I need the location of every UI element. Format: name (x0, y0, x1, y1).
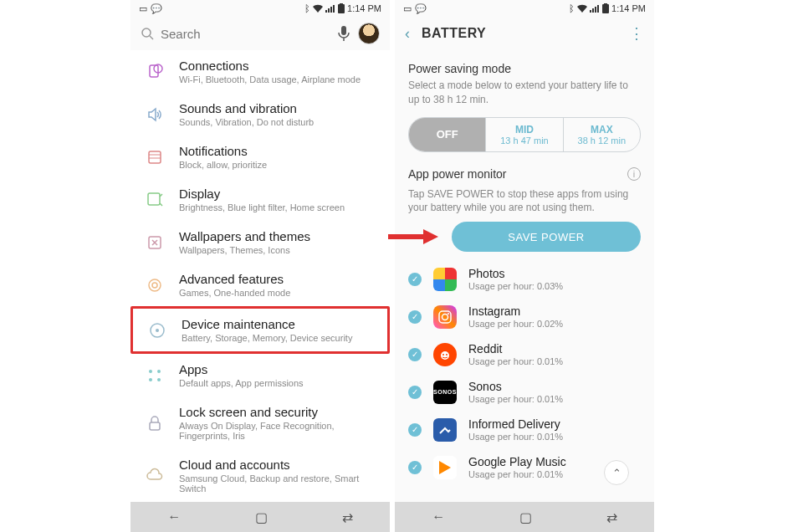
lock-icon (146, 414, 164, 432)
sounds-icon (146, 105, 164, 124)
nav-bar: ← ▢ ⇄ (395, 502, 654, 532)
mode-selector: OFF MID13 h 47 min MAX38 h 12 min (408, 117, 641, 152)
status-time: 1:14 PM (347, 3, 381, 13)
svg-rect-4 (341, 26, 346, 35)
notif-icon: ▭ (403, 3, 412, 14)
signal-icon (590, 4, 600, 13)
save-power-row: SAVE POWER (395, 215, 654, 260)
wifi-icon (577, 4, 587, 13)
svg-point-2 (142, 28, 151, 37)
app-power-monitor-header: App power monitor i (395, 167, 654, 181)
back-button[interactable]: ‹ (405, 25, 410, 43)
checkbox-icon[interactable]: ✓ (408, 348, 422, 361)
mode-off[interactable]: OFF (409, 118, 485, 151)
app-row-photos[interactable]: ✓ PhotosUsage per hour: 0.03% (395, 260, 654, 298)
chat-icon: 💬 (151, 3, 162, 14)
chat-icon: 💬 (415, 3, 427, 14)
app-row-informed-delivery[interactable]: ✓ Informed DeliveryUsage per hour: 0.01% (395, 411, 654, 448)
wifi-icon (313, 4, 323, 13)
battery-screen: ▭ 💬 ᛒ 1:14 PM ‹ BATTERY ⋮ Power saving m… (395, 0, 654, 532)
settings-item-connections[interactable]: ConnectionsWi-Fi, Bluetooth, Data usage,… (130, 50, 390, 93)
apm-subtitle: Tap SAVE POWER to stop these apps from u… (395, 184, 654, 216)
settings-item-device-maintenance[interactable]: Device maintenanceBattery, Storage, Memo… (130, 306, 390, 354)
search-icon (141, 27, 154, 40)
checkbox-icon[interactable]: ✓ (408, 423, 422, 437)
battery-header: ‹ BATTERY ⋮ (395, 17, 654, 50)
avatar[interactable] (358, 23, 380, 44)
psm-subtitle: Select a mode below to extend your batte… (408, 79, 641, 107)
svg-point-27 (442, 314, 448, 320)
svg-rect-7 (149, 151, 161, 163)
nav-recents[interactable]: ⇄ (606, 509, 617, 525)
search-placeholder: Search (161, 27, 201, 41)
app-list: ✓ PhotosUsage per hour: 0.03% ✓ Instagra… (395, 260, 654, 486)
signal-icon (325, 4, 335, 13)
display-icon (146, 191, 164, 209)
advanced-icon (146, 276, 164, 294)
scroll-top-button[interactable]: ⌃ (604, 460, 629, 485)
mode-mid[interactable]: MID13 h 47 min (485, 118, 562, 151)
mode-max[interactable]: MAX38 h 12 min (563, 118, 640, 151)
app-row-reddit[interactable]: ✓ RedditUsage per hour: 0.01% (395, 335, 654, 373)
nav-home[interactable]: ▢ (255, 509, 268, 525)
status-time: 1:14 PM (611, 3, 646, 13)
svg-point-18 (149, 378, 152, 381)
sonos-icon: SONOS (433, 381, 457, 404)
app-row-instagram[interactable]: ✓ InstagramUsage per hour: 0.02% (395, 298, 654, 335)
connections-icon (146, 63, 164, 81)
play-music-icon (433, 456, 457, 479)
nav-recents[interactable]: ⇄ (342, 509, 353, 525)
svg-point-15 (156, 329, 159, 332)
checkbox-icon[interactable]: ✓ (408, 310, 422, 324)
svg-point-30 (442, 354, 444, 356)
checkbox-icon[interactable]: ✓ (408, 386, 422, 399)
svg-point-31 (446, 354, 448, 356)
bluetooth-icon: ᛒ (569, 3, 575, 13)
status-bar: ▭ 💬 ᛒ 1:14 PM (395, 0, 654, 17)
info-icon[interactable]: i (627, 167, 641, 181)
svg-point-17 (157, 370, 161, 373)
settings-item-display[interactable]: DisplayBrightness, Blue light filter, Ho… (130, 178, 390, 221)
status-bar: ▭ 💬 ᛒ 1:14 PM (130, 0, 390, 17)
bluetooth-icon: ᛒ (304, 3, 310, 13)
settings-item-apps[interactable]: AppsDefault apps, App permissions (130, 354, 390, 396)
annotation-arrow (388, 228, 438, 245)
nav-home[interactable]: ▢ (519, 509, 532, 525)
settings-item-cloud[interactable]: Cloud and accountsSamsung Cloud, Backup … (130, 449, 390, 502)
save-power-button[interactable]: SAVE POWER (452, 222, 641, 252)
checkbox-icon[interactable]: ✓ (408, 273, 422, 286)
notif-icon: ▭ (139, 3, 147, 14)
informed-delivery-icon (433, 418, 457, 442)
psm-title: Power saving mode (408, 62, 641, 75)
overflow-menu[interactable]: ⋮ (629, 24, 644, 43)
nav-back[interactable]: ← (167, 509, 181, 524)
svg-rect-10 (148, 193, 160, 205)
settings-item-wallpapers[interactable]: Wallpapers and themesWallpapers, Themes,… (130, 221, 390, 263)
svg-rect-23 (604, 3, 607, 5)
photos-icon (433, 268, 457, 291)
search-row: Search (130, 17, 390, 50)
notifications-icon (146, 148, 164, 166)
apps-icon (146, 366, 164, 385)
svg-rect-26 (439, 311, 451, 323)
svg-rect-1 (340, 3, 343, 5)
battery-icon (338, 3, 345, 13)
settings-item-notifications[interactable]: NotificationsBlock, allow, prioritize (130, 136, 390, 178)
app-row-sonos[interactable]: ✓ SONOS SonosUsage per hour: 0.01% (395, 373, 654, 411)
svg-rect-0 (338, 4, 345, 13)
wallpapers-icon (146, 233, 164, 252)
nav-bar: ← ▢ ⇄ (130, 502, 390, 532)
settings-item-sounds[interactable]: Sounds and vibrationSounds, Vibration, D… (130, 93, 390, 136)
svg-rect-20 (150, 422, 160, 430)
settings-item-advanced[interactable]: Advanced featuresGames, One-handed mode (130, 263, 390, 306)
settings-list: ConnectionsWi-Fi, Bluetooth, Data usage,… (130, 50, 390, 532)
nav-back[interactable]: ← (432, 509, 445, 524)
settings-item-lock-screen[interactable]: Lock screen and securityAlways On Displa… (130, 396, 390, 449)
apm-title: App power monitor (408, 167, 507, 181)
mic-icon[interactable] (338, 26, 350, 41)
svg-point-13 (152, 283, 157, 288)
settings-screen: ▭ 💬 ᛒ 1:14 PM Search (130, 0, 390, 532)
checkbox-icon[interactable]: ✓ (408, 461, 422, 474)
search-input[interactable]: Search (141, 27, 330, 41)
device-maintenance-icon (148, 321, 166, 340)
